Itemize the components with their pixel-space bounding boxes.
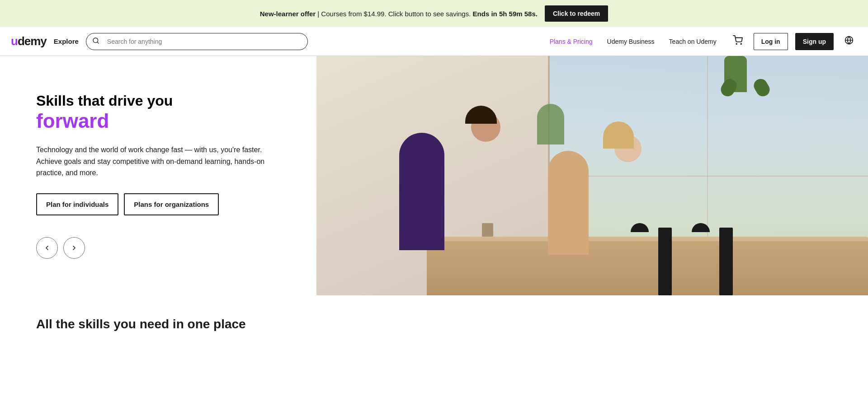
promo-banner: New-learner offer | Courses from $14.99.… <box>0 0 868 27</box>
hero-content: Skills that drive you forward Technology… <box>0 56 316 295</box>
carousel-controls <box>36 237 280 259</box>
login-button[interactable]: Log in <box>754 33 788 50</box>
language-globe-icon[interactable] <box>841 32 857 51</box>
hero-title-line1: Skills that drive you <box>36 93 173 109</box>
navbar-links: Plans & Pricing Udemy Business Teach on … <box>544 34 722 49</box>
carousel-prev-button[interactable] <box>36 237 58 259</box>
svg-point-3 <box>741 43 741 44</box>
plans-organizations-button[interactable]: Plans for organizations <box>124 193 219 215</box>
hero-image <box>316 56 868 295</box>
hero-buttons: Plan for individuals Plans for organizat… <box>36 193 280 215</box>
hero-title-line2: forward <box>36 109 280 133</box>
hero-title: Skills that drive you forward <box>36 93 280 144</box>
carousel-next-button[interactable] <box>63 237 85 259</box>
navbar-link-teach[interactable]: Teach on Udemy <box>664 34 722 49</box>
bottom-section: All the skills you need in one place <box>0 295 868 342</box>
redeem-button[interactable]: Click to redeem <box>545 5 608 22</box>
search-input[interactable] <box>86 33 308 50</box>
search-bar[interactable] <box>86 33 308 50</box>
plan-individuals-button[interactable]: Plan for individuals <box>36 193 118 215</box>
hero-description: Technology and the world of work change … <box>36 144 271 179</box>
hero-section: Skills that drive you forward Technology… <box>0 56 868 295</box>
cart-icon[interactable] <box>729 32 746 51</box>
signup-button[interactable]: Sign up <box>795 33 834 50</box>
navbar: udemy Explore Plans & Pricing Udemy Busi… <box>0 27 868 56</box>
bottom-title: All the skills you need in one place <box>36 317 832 331</box>
navbar-link-udemy-business[interactable]: Udemy Business <box>602 34 660 49</box>
svg-point-2 <box>736 43 737 44</box>
banner-text: New-learner offer | Courses from $14.99.… <box>260 10 538 18</box>
navbar-link-plans-pricing[interactable]: Plans & Pricing <box>544 34 598 49</box>
explore-button[interactable]: Explore <box>54 37 79 45</box>
logo[interactable]: udemy <box>11 34 47 48</box>
